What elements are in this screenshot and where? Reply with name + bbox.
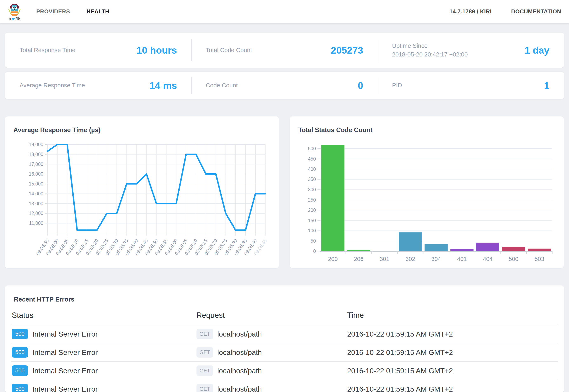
stat-label: Uptime Since 2018-05-20 20:42:17 +02:00 bbox=[392, 42, 468, 59]
col-header-time: Time bbox=[347, 309, 558, 325]
stat-value: 1 day bbox=[525, 44, 549, 56]
request-path: localhost/path bbox=[217, 385, 262, 392]
errors-table: Status Request Time 500 Internal Server … bbox=[11, 309, 558, 392]
status-code-badge: 500 bbox=[12, 384, 28, 392]
stat-value: 10 hours bbox=[137, 44, 177, 56]
svg-text:200: 200 bbox=[328, 256, 338, 262]
svg-text:503: 503 bbox=[535, 256, 544, 262]
stat-value: 0 bbox=[358, 80, 363, 91]
traefik-logo[interactable]: træfik bbox=[4, 2, 24, 21]
svg-text:300: 300 bbox=[308, 187, 316, 192]
request-path: localhost/path bbox=[217, 348, 262, 357]
svg-text:18,000: 18,000 bbox=[29, 152, 43, 157]
svg-text:14,000: 14,000 bbox=[29, 191, 43, 196]
col-header-request: Request bbox=[196, 309, 347, 325]
stat-value: 205273 bbox=[331, 44, 363, 56]
stat-label: Total Response Time bbox=[20, 46, 75, 55]
stats-card-totals: Total Response Time 10 hours Total Code … bbox=[5, 33, 564, 68]
svg-text:12,000: 12,000 bbox=[29, 211, 43, 216]
line-chart-title: Average Response Time (µs) bbox=[12, 126, 271, 134]
svg-text:16,000: 16,000 bbox=[29, 171, 43, 177]
stat-value: 14 ms bbox=[149, 80, 177, 91]
http-method-badge: GET bbox=[197, 329, 213, 339]
stats-card-current: Average Response Time 14 ms Code Count 0… bbox=[5, 72, 564, 99]
svg-text:150: 150 bbox=[308, 218, 316, 223]
nav-health[interactable]: HEALTH bbox=[86, 8, 110, 15]
error-time: 2016-10-22 01:59:15 AM GMT+2 bbox=[347, 367, 558, 375]
http-method-badge: GET bbox=[197, 384, 213, 392]
status-code-badge: 500 bbox=[12, 329, 28, 339]
status-code-bar-chart: 0501001502002503003504004505002002063013… bbox=[297, 140, 556, 262]
stat-label: Total Code Count bbox=[206, 46, 252, 55]
error-message: Internal Server Error bbox=[32, 330, 98, 338]
stat-label: PID bbox=[392, 81, 402, 90]
svg-text:13,000: 13,000 bbox=[29, 201, 43, 206]
svg-text:15,000: 15,000 bbox=[29, 181, 43, 186]
svg-text:19,000: 19,000 bbox=[29, 142, 43, 147]
error-table-row: 500 Internal Server Error GET localhost/… bbox=[11, 380, 558, 392]
logo-wordmark: træfik bbox=[9, 16, 20, 21]
request-path: localhost/path bbox=[217, 330, 262, 338]
error-message: Internal Server Error bbox=[32, 367, 98, 375]
status-code-chart-card: Total Status Code Count 0501001502002503… bbox=[290, 116, 564, 268]
svg-text:206: 206 bbox=[354, 256, 363, 262]
stat-value: 1 bbox=[544, 80, 549, 91]
svg-text:401: 401 bbox=[457, 256, 467, 262]
errors-table-header: Status Request Time bbox=[11, 309, 558, 325]
svg-text:200: 200 bbox=[308, 208, 316, 213]
stat-code-count: Code Count 0 bbox=[191, 72, 377, 99]
main-nav: PROVIDERS HEALTH bbox=[36, 8, 109, 15]
traefik-gopher-icon bbox=[8, 2, 21, 17]
status-cell: 500 Internal Server Error bbox=[12, 384, 196, 392]
svg-text:100: 100 bbox=[308, 228, 316, 233]
avg-response-time-chart-card: Average Response Time (µs) 11,00012,0001… bbox=[5, 116, 279, 268]
svg-text:0: 0 bbox=[313, 249, 316, 254]
error-message: Internal Server Error bbox=[32, 385, 98, 392]
stat-label: Code Count bbox=[206, 81, 238, 90]
svg-text:304: 304 bbox=[431, 256, 441, 262]
svg-text:250: 250 bbox=[308, 197, 316, 203]
stat-average-response-time: Average Response Time 14 ms bbox=[5, 72, 191, 99]
status-cell: 500 Internal Server Error bbox=[12, 365, 196, 376]
svg-text:450: 450 bbox=[308, 156, 316, 162]
documentation-link[interactable]: DOCUMENTATION bbox=[511, 8, 561, 15]
version-label: 14.7.1789 / KIRI bbox=[449, 8, 492, 15]
request-path: localhost/path bbox=[217, 367, 262, 375]
request-cell: GET localhost/path bbox=[197, 384, 347, 392]
status-code-badge: 500 bbox=[12, 365, 28, 376]
top-navbar: træfik PROVIDERS HEALTH 14.7.1789 / KIRI… bbox=[0, 0, 569, 23]
error-table-row: 500 Internal Server Error GET localhost/… bbox=[11, 362, 558, 380]
svg-text:500: 500 bbox=[509, 256, 518, 262]
request-cell: GET localhost/path bbox=[197, 329, 347, 339]
svg-text:350: 350 bbox=[308, 177, 316, 182]
http-method-badge: GET bbox=[197, 365, 213, 376]
uptime-since-datetime: 2018-05-20 20:42:17 +02:00 bbox=[392, 50, 468, 59]
error-table-row: 500 Internal Server Error GET localhost/… bbox=[11, 325, 558, 343]
request-cell: GET localhost/path bbox=[197, 347, 347, 358]
svg-text:17,000: 17,000 bbox=[29, 162, 43, 167]
recent-http-errors-card: Recent HTTP Errors Status Request Time 5… bbox=[5, 285, 564, 392]
avg-response-time-line-chart: 11,00012,00013,00014,00015,00016,00017,0… bbox=[12, 140, 271, 262]
nav-providers[interactable]: PROVIDERS bbox=[36, 8, 70, 15]
http-method-badge: GET bbox=[197, 347, 213, 358]
svg-text:301: 301 bbox=[380, 256, 389, 262]
bar-chart-title: Total Status Code Count bbox=[297, 126, 556, 134]
svg-text:11,000: 11,000 bbox=[29, 221, 43, 226]
stat-label: Average Response Time bbox=[20, 81, 85, 90]
status-cell: 500 Internal Server Error bbox=[12, 347, 196, 358]
status-cell: 500 Internal Server Error bbox=[12, 329, 196, 339]
stat-pid: PID 1 bbox=[378, 72, 564, 99]
error-time: 2016-10-22 01:59:15 AM GMT+2 bbox=[347, 348, 558, 357]
error-table-row: 500 Internal Server Error GET localhost/… bbox=[11, 343, 558, 362]
stat-uptime: Uptime Since 2018-05-20 20:42:17 +02:00 … bbox=[378, 33, 564, 68]
error-message: Internal Server Error bbox=[32, 348, 98, 357]
status-code-badge: 500 bbox=[12, 347, 28, 358]
error-time: 2016-10-22 01:59:15 AM GMT+2 bbox=[347, 330, 558, 338]
request-cell: GET localhost/path bbox=[197, 365, 347, 376]
col-header-status: Status bbox=[11, 309, 196, 325]
svg-text:400: 400 bbox=[308, 167, 316, 172]
svg-text:50: 50 bbox=[311, 238, 316, 244]
svg-text:500: 500 bbox=[308, 146, 316, 151]
errors-table-title: Recent HTTP Errors bbox=[11, 296, 558, 303]
svg-text:302: 302 bbox=[406, 256, 415, 262]
